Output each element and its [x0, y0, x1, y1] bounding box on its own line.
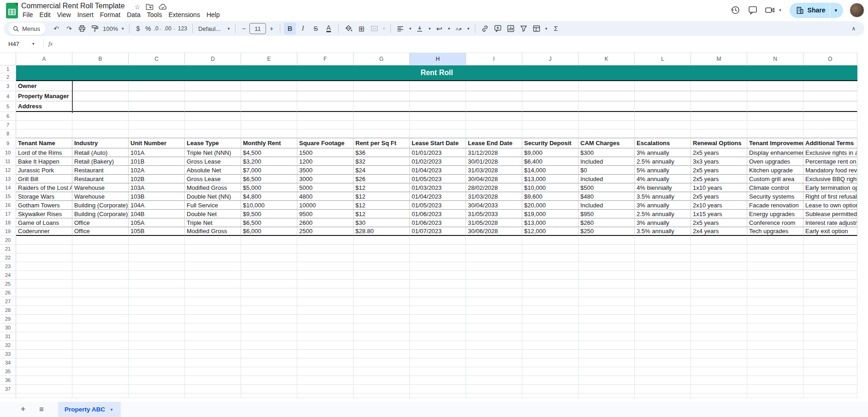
- cell-M4[interactable]: [691, 91, 747, 101]
- cell-A21[interactable]: [16, 245, 72, 253]
- cell-L29[interactable]: [635, 315, 691, 323]
- row-header-23[interactable]: 23: [0, 262, 16, 271]
- paint-format-button[interactable]: [89, 23, 101, 35]
- column-header-O[interactable]: O: [803, 53, 857, 65]
- cell-O35[interactable]: [803, 367, 857, 376]
- row-header-21[interactable]: 21: [0, 245, 16, 253]
- cell-M31[interactable]: [691, 332, 747, 341]
- cell-N32[interactable]: [747, 341, 803, 350]
- cell-M13[interactable]: 2x5 years: [691, 175, 747, 183]
- cell-H25[interactable]: [410, 280, 466, 288]
- cell-C36[interactable]: [129, 376, 185, 385]
- cell-F38[interactable]: [297, 394, 354, 398]
- column-header-I[interactable]: I: [466, 53, 522, 65]
- cell-I21[interactable]: [466, 245, 522, 253]
- cell-L27[interactable]: [635, 297, 691, 306]
- cell-N33[interactable]: [747, 350, 803, 358]
- cell-O4[interactable]: [803, 91, 857, 101]
- cell-F7[interactable]: [297, 121, 354, 129]
- cell-F15[interactable]: 4800: [297, 192, 354, 201]
- menu-tools[interactable]: Tools: [144, 10, 165, 19]
- cell-A25[interactable]: [16, 280, 72, 288]
- cell-G9[interactable]: Rent per Sq Ft: [354, 138, 410, 148]
- cell-G15[interactable]: $12: [354, 192, 410, 201]
- cell-H21[interactable]: [410, 245, 466, 253]
- text-rotation-button[interactable]: A: [453, 23, 465, 35]
- cell-M20[interactable]: [691, 236, 747, 245]
- cell-D8[interactable]: [185, 129, 241, 138]
- cell-F11[interactable]: 1200: [297, 157, 354, 166]
- cell-G17[interactable]: $12: [354, 210, 410, 218]
- cell-K30[interactable]: [579, 323, 635, 332]
- cell-N36[interactable]: [747, 376, 803, 385]
- cell-D25[interactable]: [185, 280, 241, 288]
- cell-G26[interactable]: [354, 288, 410, 297]
- cell-M16[interactable]: 2x10 years: [691, 201, 747, 210]
- decrease-decimal-button[interactable]: .0←: [154, 23, 163, 35]
- cell-L18[interactable]: 3% annually: [635, 218, 691, 227]
- cell-C23[interactable]: [129, 262, 185, 271]
- cell-L38[interactable]: [635, 394, 691, 398]
- cell-L32[interactable]: [635, 341, 691, 350]
- cell-G20[interactable]: [354, 236, 410, 245]
- cell-I20[interactable]: [466, 236, 522, 245]
- insert-link-button[interactable]: [479, 23, 491, 35]
- cell-G31[interactable]: [354, 332, 410, 341]
- cell-J5[interactable]: [522, 101, 579, 112]
- row-header-8[interactable]: 8: [0, 129, 16, 138]
- cell-N22[interactable]: [747, 253, 803, 262]
- row-header-partial[interactable]: [0, 394, 16, 398]
- cell-G23[interactable]: [354, 262, 410, 271]
- cell-K27[interactable]: [579, 297, 635, 306]
- cell-L24[interactable]: [635, 271, 691, 280]
- cell-H12[interactable]: 01/04/2023: [410, 166, 466, 175]
- cell-O23[interactable]: [803, 262, 857, 271]
- cell-I17[interactable]: 31/05/2033: [466, 210, 522, 218]
- cell-A14[interactable]: Raiders of the Lost Art: [16, 183, 72, 192]
- cell-K19[interactable]: $250: [579, 227, 635, 236]
- cell-J32[interactable]: [522, 341, 579, 350]
- cell-A15[interactable]: Storage Wars: [16, 192, 72, 201]
- cell-J19[interactable]: $12,000: [522, 227, 579, 236]
- cell-I19[interactable]: 30/06/2028: [466, 227, 522, 236]
- cell-N3[interactable]: [747, 81, 803, 91]
- cell-N28[interactable]: [747, 306, 803, 315]
- cell-L31[interactable]: [635, 332, 691, 341]
- cell-J37[interactable]: [522, 385, 579, 394]
- cell-N23[interactable]: [747, 262, 803, 271]
- cell-J14[interactable]: $10,000: [522, 183, 579, 192]
- cell-D38[interactable]: [185, 394, 241, 398]
- cell-D37[interactable]: [185, 385, 241, 394]
- create-filter-button[interactable]: [518, 23, 530, 35]
- cell-N19[interactable]: Tech upgrades: [747, 227, 803, 236]
- cell-O6[interactable]: [803, 112, 857, 121]
- cell-J28[interactable]: [522, 306, 579, 315]
- cell-G8[interactable]: [354, 129, 410, 138]
- cell-K17[interactable]: $950: [579, 210, 635, 218]
- cell-I8[interactable]: [466, 129, 522, 138]
- cell-A12[interactable]: Jurassic Pork: [16, 166, 72, 175]
- cell-J11[interactable]: $6,400: [522, 157, 579, 166]
- cell-K14[interactable]: $500: [579, 183, 635, 192]
- cell-L13[interactable]: 4% annually: [635, 175, 691, 183]
- cell-M37[interactable]: [691, 385, 747, 394]
- video-call-caret-icon[interactable]: ▾: [778, 8, 783, 12]
- cell-K15[interactable]: $480: [579, 192, 635, 201]
- cell-E35[interactable]: [241, 367, 297, 376]
- cell-N8[interactable]: [747, 129, 803, 138]
- cell-M18[interactable]: 2x5 years: [691, 218, 747, 227]
- cell-B3[interactable]: [72, 81, 129, 91]
- cell-O11[interactable]: Percentage rent on holidays: [803, 157, 857, 166]
- cell-K11[interactable]: Included: [579, 157, 635, 166]
- cell-F5[interactable]: [297, 101, 354, 112]
- cell-M29[interactable]: [691, 315, 747, 323]
- cell-C37[interactable]: [129, 385, 185, 394]
- cell-K35[interactable]: [579, 367, 635, 376]
- cell-A22[interactable]: [16, 253, 72, 262]
- menu-data[interactable]: Data: [124, 10, 144, 19]
- cell-B29[interactable]: [72, 315, 129, 323]
- cell-O10[interactable]: Exclusive rights in area: [803, 148, 857, 157]
- cell-G28[interactable]: [354, 306, 410, 315]
- row-header-9[interactable]: 9: [0, 138, 16, 148]
- cell-I37[interactable]: [466, 385, 522, 394]
